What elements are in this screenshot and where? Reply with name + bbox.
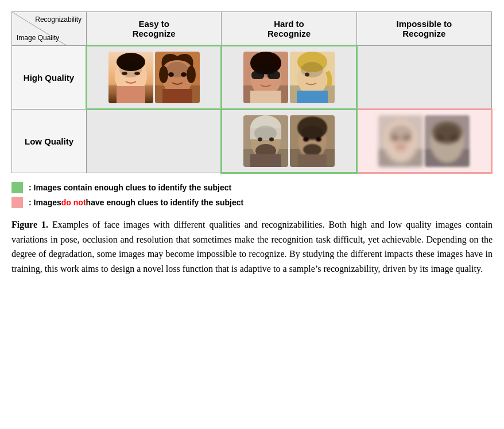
face-portrait-8 — [425, 115, 470, 167]
svg-point-31 — [303, 137, 309, 142]
figure-label: Figure 1. — [11, 220, 48, 229]
svg-rect-15 — [267, 71, 280, 79]
svg-point-35 — [383, 119, 418, 163]
cell-low-easy — [87, 110, 222, 173]
svg-rect-24 — [250, 128, 281, 139]
col-header-impossible: Impossible toRecognize — [356, 12, 491, 46]
svg-point-42 — [432, 121, 462, 144]
svg-point-30 — [297, 116, 327, 139]
svg-point-36 — [390, 135, 398, 142]
high-quality-row: High Quality — [12, 46, 492, 110]
high-quality-label: High Quality — [12, 46, 87, 110]
svg-point-37 — [403, 135, 411, 142]
svg-point-2 — [122, 72, 127, 75]
svg-line-0 — [12, 12, 86, 45]
face-portrait-7 — [378, 115, 423, 167]
face-group-high-hard — [227, 50, 351, 105]
cell-high-impossible — [356, 46, 491, 110]
svg-rect-5 — [117, 86, 145, 103]
quality-matrix-table: Recognizability Image Quality Easy toRec… — [11, 11, 493, 174]
svg-point-4 — [117, 53, 145, 71]
cell-low-hard — [222, 110, 356, 173]
svg-point-26 — [269, 138, 274, 142]
face-portrait-6 — [290, 115, 335, 167]
figure-text: Examples of face images with different q… — [11, 220, 493, 274]
svg-point-19 — [305, 73, 309, 77]
face-portrait-5 — [243, 115, 288, 167]
svg-rect-17 — [250, 91, 281, 103]
low-quality-label: Low Quality — [12, 110, 87, 173]
low-quality-row: Low Quality — [12, 110, 492, 173]
svg-rect-11 — [162, 89, 192, 103]
face-group-low-hard — [227, 114, 351, 169]
figure-caption: Figure 1. Examples of face images with d… — [11, 217, 493, 276]
cell-high-hard — [222, 46, 356, 110]
cell-high-easy — [87, 46, 222, 110]
legend-green-text: : Images contain enough clues to identif… — [29, 183, 231, 192]
legend-green-box — [11, 182, 23, 193]
svg-rect-14 — [251, 71, 264, 79]
svg-rect-34 — [298, 154, 327, 167]
legend-red-emphasis: do not — [61, 198, 86, 207]
svg-rect-21 — [297, 91, 328, 103]
svg-point-20 — [297, 52, 327, 72]
col-header-easy: Easy toRecognize — [87, 12, 222, 46]
face-portrait-1 — [108, 52, 153, 103]
legend-red-box — [11, 197, 23, 208]
face-group-low-impossible — [362, 114, 486, 169]
svg-point-10 — [187, 66, 196, 83]
svg-point-25 — [258, 138, 262, 142]
corner-header: Recognizability Image Quality — [12, 12, 87, 46]
face-group-high-easy — [92, 50, 216, 105]
face-portrait-2 — [155, 52, 200, 103]
legend: : Images contain enough clues to identif… — [11, 182, 493, 208]
svg-point-8 — [181, 72, 187, 77]
cell-low-impossible — [356, 110, 491, 173]
svg-rect-28 — [250, 154, 281, 167]
svg-point-33 — [303, 144, 321, 155]
main-container: Recognizability Image Quality Easy toRec… — [11, 11, 493, 276]
svg-point-3 — [134, 72, 140, 75]
face-portrait-4 — [290, 52, 335, 103]
legend-item-green: : Images contain enough clues to identif… — [11, 182, 493, 193]
face-portrait-3 — [243, 52, 288, 103]
svg-point-32 — [316, 137, 321, 142]
svg-point-7 — [168, 72, 174, 77]
legend-red-text-after: have enough clues to identify the subjec… — [86, 198, 244, 207]
legend-red-text-before: : Images — [29, 198, 61, 207]
legend-item-red: : Images do not have enough clues to ide… — [11, 197, 493, 208]
col-header-hard: Hard toRecognize — [222, 12, 356, 46]
svg-point-38 — [395, 143, 406, 151]
svg-point-9 — [159, 66, 168, 83]
